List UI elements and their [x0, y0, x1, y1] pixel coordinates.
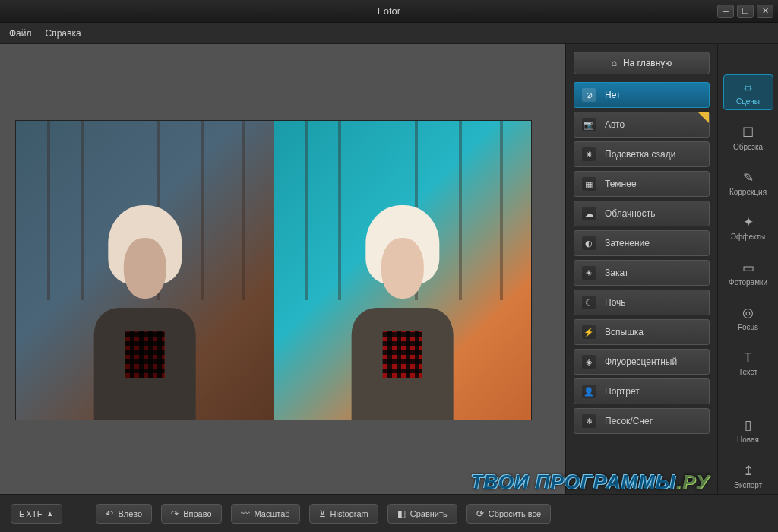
scene-item-5[interactable]: ◐Затенение	[574, 230, 710, 256]
reset-icon: ⟳	[476, 508, 484, 519]
sun-icon: ☼	[742, 80, 754, 95]
scene-item-9[interactable]: ◈Флуоресцентный	[574, 349, 710, 375]
target-icon: ◎	[742, 305, 754, 321]
scene-label: Подсветка сзади	[605, 149, 675, 160]
scene-label: Закат	[605, 268, 628, 278]
scene-icon: ✷	[582, 147, 596, 161]
scene-item-7[interactable]: ☾Ночь	[574, 290, 710, 315]
scene-label: Темнее	[605, 179, 637, 189]
exif-button[interactable]: EXIF ▴	[11, 504, 62, 524]
scene-item-10[interactable]: 👤Портрет	[574, 378, 710, 404]
scene-label: Авто	[605, 119, 625, 130]
scene-label: Ночь	[605, 297, 626, 308]
app-title: Fotor	[378, 5, 400, 17]
scene-icon: ☀	[582, 266, 596, 280]
scene-icon: ☾	[582, 296, 596, 309]
scene-item-3[interactable]: ▦Темнее	[574, 171, 710, 197]
scene-icon: ▦	[582, 177, 596, 191]
scene-icon: ◐	[582, 236, 596, 250]
scene-icon: ⊘	[582, 88, 596, 102]
home-icon: ⌂	[612, 58, 617, 68]
scene-label: Облачность	[605, 208, 655, 219]
image-compare[interactable]	[15, 120, 532, 420]
status-bar: EXIF ▴ ↶ Влево ↷ Вправо 〰 Масштаб ⊻ Hist…	[0, 494, 778, 532]
rotate-left-icon: ↶	[106, 508, 113, 519]
scene-label: Нет	[605, 90, 620, 100]
scene-item-0[interactable]: ⊘Нет	[574, 82, 710, 108]
rotate-left-button[interactable]: ↶ Влево	[96, 504, 152, 524]
scene-icon: ◈	[582, 355, 596, 369]
title-bar: Fotor ─ ☐ ✕	[0, 0, 778, 23]
scene-label: Флуоресцентный	[605, 356, 677, 367]
tool-text[interactable]: T Текст	[723, 345, 773, 381]
compare-icon: ◧	[397, 508, 406, 519]
tool-scenes[interactable]: ☼ Сцены	[723, 74, 773, 110]
menu-file[interactable]: Файл	[9, 28, 32, 39]
tool-new[interactable]: ▯ Новая	[723, 413, 773, 448]
text-icon: T	[744, 350, 751, 366]
export-icon: ↥	[743, 463, 754, 479]
tool-focus[interactable]: ◎ Focus	[723, 300, 773, 336]
maximize-button[interactable]: ☐	[737, 5, 754, 18]
scene-label: Песок/Снег	[605, 416, 653, 426]
scene-icon: 📷	[582, 118, 596, 131]
compare-button[interactable]: ◧ Сравнить	[387, 504, 457, 524]
tool-correction[interactable]: ✎ Коррекция	[723, 165, 773, 201]
chevron-up-icon: ▴	[48, 508, 54, 518]
menu-help[interactable]: Справка	[46, 28, 81, 39]
rotate-right-icon: ↷	[171, 508, 179, 519]
tool-export[interactable]: ↥ Экспорт	[723, 458, 773, 494]
scene-label: Затенение	[605, 238, 650, 249]
minimize-button[interactable]: ─	[717, 5, 734, 18]
rotate-right-button[interactable]: ↷ Вправо	[161, 504, 221, 524]
window-controls: ─ ☐ ✕	[717, 5, 773, 18]
scene-panel: ⌂ На главную ⊘Нет📷Авто✷Подсветка сзади▦Т…	[565, 44, 717, 494]
scene-item-2[interactable]: ✷Подсветка сзади	[574, 141, 710, 167]
zoom-icon: 〰	[241, 508, 250, 519]
canvas-area	[0, 44, 565, 494]
scene-label: Вспышка	[605, 327, 644, 337]
frame-icon: ▭	[742, 260, 754, 276]
tool-crop[interactable]: ☐ Обрезка	[723, 119, 773, 155]
home-button[interactable]: ⌂ На главную	[574, 52, 710, 74]
scene-label: Портрет	[605, 386, 640, 397]
crop-icon: ☐	[742, 125, 754, 141]
document-icon: ▯	[745, 417, 751, 433]
image-after	[274, 121, 531, 420]
zoom-button[interactable]: 〰 Масштаб	[231, 504, 300, 524]
scene-item-11[interactable]: ❄Песок/Снег	[574, 408, 710, 434]
home-label: На главную	[623, 58, 672, 68]
scene-item-8[interactable]: ⚡Вспышка	[574, 319, 710, 345]
tool-effects[interactable]: ✦ Эффекты	[723, 210, 773, 245]
scene-icon: ❄	[582, 414, 596, 428]
reset-button[interactable]: ⟳ Сбросить все	[466, 504, 551, 524]
image-before	[16, 121, 274, 420]
histogram-button[interactable]: ⊻ Histogram	[309, 504, 378, 524]
tool-rail: ☼ Сцены ☐ Обрезка ✎ Коррекция ✦ Эффекты …	[717, 44, 778, 494]
scene-item-1[interactable]: 📷Авто	[574, 112, 710, 138]
scene-icon: ⚡	[582, 325, 596, 339]
scene-list: ⊘Нет📷Авто✷Подсветка сзади▦Темнее☁Облачно…	[574, 82, 710, 434]
scene-item-4[interactable]: ☁Облачность	[574, 201, 710, 226]
scene-icon: 👤	[582, 385, 596, 398]
histogram-icon: ⊻	[319, 508, 326, 519]
pencil-icon: ✎	[743, 169, 754, 185]
close-button[interactable]: ✕	[757, 5, 773, 18]
star-badge	[698, 112, 709, 123]
scene-item-6[interactable]: ☀Закат	[574, 260, 710, 286]
scene-icon: ☁	[582, 207, 596, 220]
menu-bar: Файл Справка	[0, 23, 778, 44]
tool-frames[interactable]: ▭ Фоторамки	[723, 255, 773, 290]
sparkle-icon: ✦	[743, 214, 754, 230]
